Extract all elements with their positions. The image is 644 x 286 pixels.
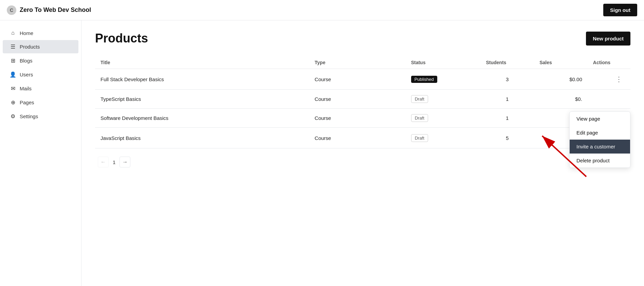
sidebar-item-pages[interactable]: ⊕ Pages: [3, 96, 78, 109]
pages-icon: ⊕: [10, 99, 16, 106]
sidebar-item-settings[interactable]: ⚙ Settings: [3, 110, 78, 123]
product-title: Full Stack Developer Basics: [95, 69, 309, 90]
status-badge: Draft: [411, 114, 428, 122]
home-icon: ⌂: [10, 30, 16, 36]
col-header-students: Students: [480, 56, 534, 69]
product-students: 1: [480, 109, 534, 128]
context-menu-item-delete-product[interactable]: Delete product: [570, 154, 630, 167]
brand-icon: C: [7, 5, 16, 15]
layout: ⌂ Home ☰ Products ⊞ Blogs 👤 Users ✉ Mail…: [0, 20, 644, 286]
brand: C Zero To Web Dev School: [7, 5, 91, 15]
product-type: Course: [309, 69, 406, 90]
products-table: Title Type Status Students Sales Actions…: [95, 56, 630, 148]
sidebar-item-home[interactable]: ⌂ Home: [3, 26, 78, 39]
product-status: Draft: [406, 128, 481, 148]
context-menu-item-view-page[interactable]: View page: [570, 112, 630, 126]
sidebar-item-mails[interactable]: ✉ Mails: [3, 82, 78, 95]
prev-page-button[interactable]: ←: [98, 157, 109, 167]
page-title: Products: [95, 31, 148, 46]
brand-name: Zero To Web Dev School: [20, 6, 91, 14]
sidebar-item-users[interactable]: 👤 Users: [3, 68, 78, 81]
product-type: Course: [309, 109, 406, 128]
product-sales: $0.00: [534, 69, 588, 90]
table-row: Software Development Basics Course Draft…: [95, 109, 630, 128]
sidebar-item-label-blogs: Blogs: [20, 58, 33, 64]
pagination: ← 1 →: [95, 157, 630, 167]
col-header-title: Title: [95, 56, 309, 69]
page-number: 1: [113, 159, 115, 165]
blogs-icon: ⊞: [10, 57, 16, 64]
context-menu-item-invite-customer[interactable]: Invite a customer: [570, 140, 630, 154]
users-icon: 👤: [10, 71, 16, 78]
status-badge: Published: [411, 76, 437, 83]
product-type: Course: [309, 90, 406, 109]
product-students: 3: [480, 69, 534, 90]
sidebar-item-label-users: Users: [20, 72, 33, 77]
settings-icon: ⚙: [10, 113, 16, 120]
table-row: JavaScript Basics Course Draft 5 $0.00 ⋮: [95, 128, 630, 148]
status-badge: Draft: [411, 134, 428, 142]
sidebar-item-products[interactable]: ☰ Products: [3, 40, 78, 53]
topbar: C Zero To Web Dev School Sign out: [0, 0, 644, 20]
sidebar-item-label-home: Home: [20, 30, 33, 36]
product-title: Software Development Basics: [95, 109, 309, 128]
sidebar: ⌂ Home ☰ Products ⊞ Blogs 👤 Users ✉ Mail…: [0, 20, 81, 286]
sidebar-item-blogs[interactable]: ⊞ Blogs: [3, 54, 78, 67]
product-status: Published: [406, 69, 481, 90]
status-badge: Draft: [411, 95, 428, 103]
signout-button[interactable]: Sign out: [603, 4, 637, 16]
products-icon: ☰: [10, 43, 16, 50]
product-title: JavaScript Basics: [95, 128, 309, 148]
table-row: TypeScript Basics Course Draft 1 $0.: [95, 90, 630, 109]
col-header-sales: Sales: [534, 56, 588, 69]
sidebar-item-label-pages: Pages: [20, 100, 34, 105]
product-sales: $0.: [534, 90, 588, 109]
sidebar-item-label-products: Products: [20, 44, 40, 50]
col-header-status: Status: [406, 56, 481, 69]
product-students: 5: [480, 128, 534, 148]
product-students: 1: [480, 90, 534, 109]
mails-icon: ✉: [10, 85, 16, 92]
product-actions: ⋮: [588, 69, 630, 90]
actions-button[interactable]: ⋮: [613, 74, 625, 84]
product-type: Course: [309, 128, 406, 148]
col-header-actions: Actions: [588, 56, 630, 69]
sidebar-item-label-settings: Settings: [20, 113, 38, 119]
col-header-type: Type: [309, 56, 406, 69]
new-product-button[interactable]: New product: [586, 32, 630, 46]
context-menu-item-edit-page[interactable]: Edit page: [570, 126, 630, 140]
table-row: Full Stack Developer Basics Course Publi…: [95, 69, 630, 90]
page-header: Products New product: [95, 31, 630, 46]
product-actions: [588, 90, 630, 109]
main-content: Products New product Title Type Status S…: [81, 20, 644, 286]
next-page-button[interactable]: →: [119, 157, 130, 167]
sidebar-item-label-mails: Mails: [20, 86, 32, 91]
product-status: Draft: [406, 90, 481, 109]
product-title: TypeScript Basics: [95, 90, 309, 109]
context-menu: View pageEdit pageInvite a customerDelet…: [569, 111, 630, 168]
product-status: Draft: [406, 109, 481, 128]
